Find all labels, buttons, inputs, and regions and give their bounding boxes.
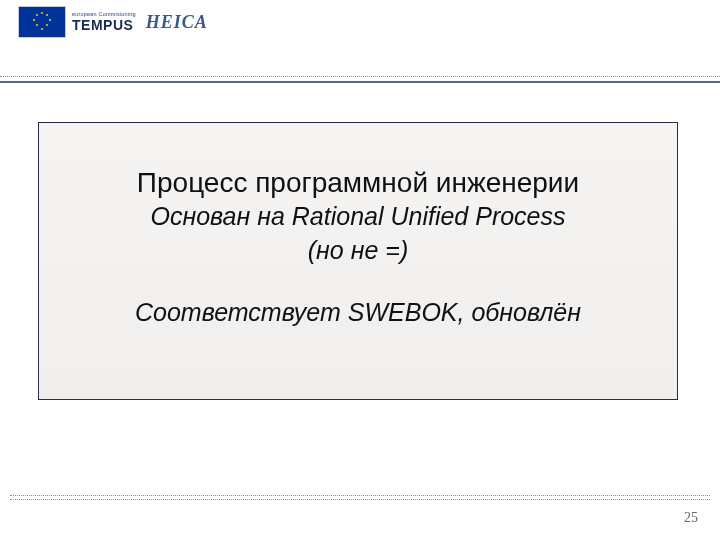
content-box: Процесс программной инженерии Основан на…: [38, 122, 678, 400]
slide-subtitle-2: (но не =): [39, 234, 677, 268]
heica-logo: HEICA: [146, 12, 208, 33]
eu-flag-icon: [18, 6, 66, 38]
tempus-logo: european Commisioning TEMPUS: [72, 12, 136, 33]
slide-subtitle-1: Основан на Rational Unified Process: [39, 200, 677, 234]
tempus-title: TEMPUS: [72, 18, 136, 32]
page-number: 25: [684, 510, 698, 526]
top-divider: [0, 76, 720, 83]
slide-title: Процесс программной инженерии: [39, 165, 677, 200]
bottom-divider: [10, 495, 710, 500]
slide-header: european Commisioning TEMPUS HEICA: [18, 6, 208, 38]
slide-subtitle-3: Соответствует SWEBOK, обновлён: [39, 296, 677, 330]
